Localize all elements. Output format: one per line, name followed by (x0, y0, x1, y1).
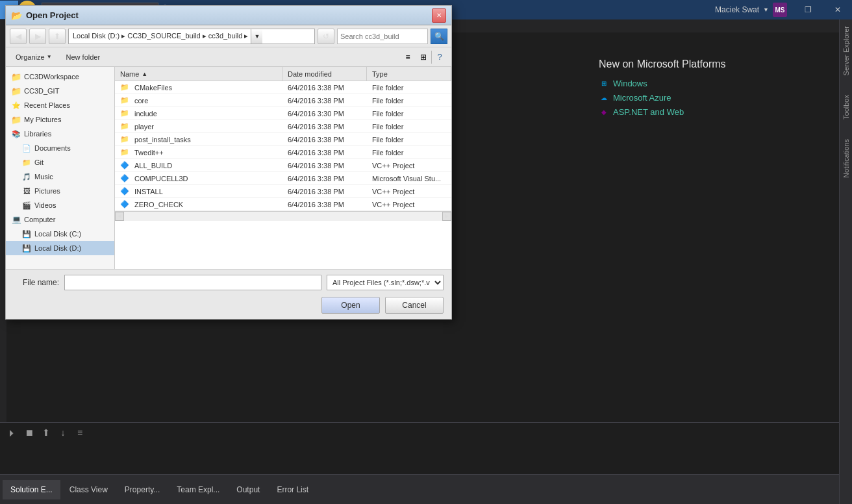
search-box (337, 29, 428, 44)
file-row[interactable]: 📁 Twedit++ 6/4/2016 3:38 PM File folder (115, 146, 451, 159)
tree-item-computer[interactable]: 💻 Computer (6, 212, 114, 227)
project-icon: 🔷 (120, 174, 129, 183)
tab-class-view[interactable]: Class View (62, 480, 116, 499)
search-input[interactable] (340, 32, 425, 40)
output-btn-3[interactable]: ↓ (56, 425, 70, 440)
project-icon: 🔷 (120, 200, 129, 208)
file-name: include (134, 110, 157, 118)
toolbox-panel[interactable]: Toolbox (842, 95, 850, 120)
organize-button[interactable]: Organize ▼ (10, 49, 58, 65)
dialog-actions: Open Cancel (14, 297, 444, 314)
dialog-title-text: Open Project (26, 10, 432, 20)
folder-icon: 📁 (11, 114, 21, 125)
tab-error-list[interactable]: Error List (269, 480, 316, 499)
tree-item-libraries[interactable]: 📚 Libraries (6, 127, 114, 141)
new-on-ms-section: New on Microsoft Platforms ⊞ Windows ☁ M… (599, 58, 794, 121)
dialog-close-button[interactable]: ✕ (432, 8, 446, 23)
tree-item-local-disk-c[interactable]: 💾 Local Disk (C:) (6, 227, 114, 241)
file-type: File folder (367, 133, 451, 145)
tab-property[interactable]: Property... (117, 480, 168, 499)
tab-team-explorer[interactable]: Team Expl... (169, 480, 227, 499)
user-dropdown-icon[interactable]: ▼ (763, 6, 769, 13)
aspnet-label: ASP.NET and Web (613, 107, 684, 117)
tree-item-cc3d-git[interactable]: 📁 CC3D_GIT (6, 84, 114, 98)
file-type: VC++ Project (367, 185, 451, 197)
h-scrollbar[interactable]: ◀ ▶ (115, 211, 451, 220)
file-rows-container: 📁 CMakeFiles 6/4/2016 3:38 PM File folde… (115, 81, 451, 211)
close-button[interactable]: ✕ (823, 0, 852, 19)
restore-button[interactable]: ❐ (794, 0, 823, 19)
tree-item-documents[interactable]: 📄 Documents (6, 141, 114, 155)
server-explorer-panel[interactable]: Server Explorer (842, 26, 850, 75)
tree-item-pictures[interactable]: 🖼 Pictures (6, 184, 114, 198)
file-date: 6/4/2016 3:38 PM (282, 120, 367, 132)
project-icon: 🔷 (120, 187, 129, 195)
forward-button[interactable]: ▶ (29, 29, 46, 44)
file-date: 6/4/2016 3:38 PM (282, 185, 367, 197)
filename-row: File name: All Project Files (*.sln;*.ds… (14, 275, 444, 290)
file-row[interactable]: 🔷 ZERO_CHECK 6/4/2016 3:38 PM VC++ Proje… (115, 198, 451, 211)
file-name: core (134, 97, 148, 105)
file-type: Microsoft Visual Stu... (367, 172, 451, 184)
file-date: 6/4/2016 3:38 PM (282, 159, 367, 171)
back-button[interactable]: ◀ (10, 29, 27, 44)
filetype-select[interactable]: All Project Files (*.sln;*.dsw;*.vc (327, 275, 444, 290)
file-row[interactable]: 🔷 COMPUCELL3D 6/4/2016 3:38 PM Microsoft… (115, 172, 451, 185)
cancel-button[interactable]: Cancel (385, 297, 444, 314)
file-row[interactable]: 📁 player 6/4/2016 3:38 PM File folder (115, 120, 451, 133)
view-details-button[interactable]: ⊞ (416, 49, 431, 65)
user-area: Maciek Swat ▼ MS (715, 0, 787, 19)
h-scroll-track[interactable] (124, 212, 442, 221)
filelist-header: Name ▲ Date modified Type (115, 67, 451, 81)
tree-item-music[interactable]: 🎵 Music (6, 170, 114, 184)
file-row[interactable]: 📁 CMakeFiles 6/4/2016 3:38 PM File folde… (115, 81, 451, 94)
tree-item-cc3dworkspace[interactable]: 📁 CC3DWorkspace (6, 69, 114, 84)
col-type-header[interactable]: Type (367, 67, 451, 81)
h-scroll-left[interactable]: ◀ (115, 212, 124, 221)
notifications-panel[interactable]: Notifications (842, 139, 850, 178)
filename-input[interactable] (64, 275, 321, 290)
output-btn-4[interactable]: ≡ (73, 425, 87, 440)
file-name: post_install_tasks (134, 136, 191, 144)
file-row[interactable]: 📁 post_install_tasks 6/4/2016 3:38 PM Fi… (115, 133, 451, 146)
folder-tree: 📁 CC3DWorkspace 📁 CC3D_GIT ⭐ Recent Plac… (6, 67, 115, 269)
music-icon: 🎵 (21, 171, 32, 182)
windows-platform-link[interactable]: ⊞ Windows (599, 78, 794, 88)
azure-platform-link[interactable]: ☁ Microsoft Azure (599, 92, 794, 103)
tree-item-recent-places[interactable]: ⭐ Recent Places (6, 98, 114, 112)
azure-icon: ☁ (599, 92, 609, 103)
help-button[interactable]: ? (432, 49, 447, 65)
file-row[interactable]: 📁 include 6/4/2016 3:30 PM File folder (115, 107, 451, 120)
aspnet-platform-link[interactable]: ◆ ASP.NET and Web (599, 107, 794, 117)
file-date: 6/4/2016 3:38 PM (282, 94, 367, 107)
tab-output[interactable]: Output (229, 480, 268, 499)
dialog-window: 📂 Open Project ✕ ◀ ▶ ⬆ Local Disk (D:) ▸… (5, 5, 452, 320)
output-btn-0[interactable]: ⏵ (5, 425, 19, 440)
folder-icon: 📁 (120, 122, 129, 131)
tab-solution-explorer[interactable]: Solution E... (3, 480, 60, 499)
up-button[interactable]: ⬆ (49, 29, 66, 44)
col-date-header[interactable]: Date modified (282, 67, 367, 81)
refresh-button[interactable]: ↺ (318, 29, 334, 44)
folder-icon: 📁 (11, 71, 21, 82)
view-list-button[interactable]: ≡ (400, 49, 416, 65)
tree-item-videos[interactable]: 🎬 Videos (6, 198, 114, 212)
output-btn-2[interactable]: ⬆ (39, 425, 53, 440)
file-row[interactable]: 🔷 INSTALL 6/4/2016 3:38 PM VC++ Project (115, 185, 451, 198)
h-scroll-right[interactable]: ▶ (442, 212, 451, 221)
tree-item-git[interactable]: 📁 Git (6, 155, 114, 170)
open-project-dialog: 📂 Open Project ✕ ◀ ▶ ⬆ Local Disk (D:) ▸… (0, 0, 447, 320)
new-folder-button[interactable]: New folder (60, 49, 106, 65)
tree-item-my-pictures[interactable]: 📁 My Pictures (6, 112, 114, 127)
file-row[interactable]: 📁 core 6/4/2016 3:38 PM File folder (115, 94, 451, 107)
open-button[interactable]: Open (321, 297, 380, 314)
search-submit-button[interactable]: 🔍 (431, 29, 447, 44)
file-row[interactable]: 🔷 ALL_BUILD 6/4/2016 3:38 PM VC++ Projec… (115, 159, 451, 172)
bottom-tabs: Solution E... Class View Property... Tea… (0, 474, 839, 504)
right-panel: Server Explorer Toolbox Notifications (839, 19, 852, 504)
file-type: File folder (367, 107, 451, 120)
col-name-header[interactable]: Name ▲ (115, 67, 282, 81)
tree-item-local-disk-d[interactable]: 💾 Local Disk (D:) (6, 241, 114, 255)
path-dropdown-button[interactable]: ▼ (251, 29, 262, 44)
output-btn-1[interactable]: ⏹ (22, 425, 36, 440)
